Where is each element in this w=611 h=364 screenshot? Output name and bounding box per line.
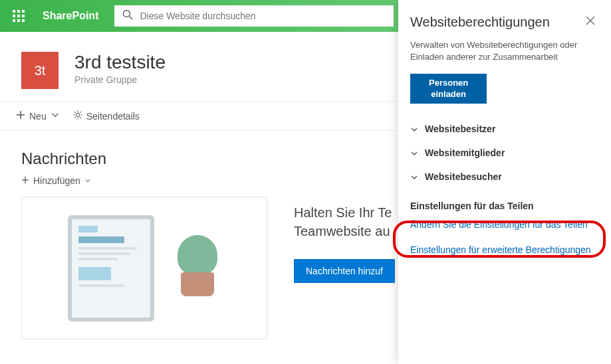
group-members[interactable]: Websitemitglieder (410, 141, 596, 165)
site-title[interactable]: 3rd testsite (74, 52, 166, 73)
svg-point-13 (76, 113, 79, 116)
svg-rect-8 (22, 19, 25, 22)
svg-rect-7 (17, 19, 20, 22)
sharing-settings-heading: Einstellungen für das Teilen (410, 201, 596, 211)
panel-title: Websiteberechtigungen (410, 15, 550, 30)
app-launcher-icon[interactable] (5, 3, 32, 29)
tablet-illustration (68, 215, 154, 321)
chevron-down-icon (84, 175, 91, 186)
add-label: Hinzufügen (33, 175, 80, 186)
plus-icon (21, 175, 29, 186)
invite-label-2: einladen (431, 89, 466, 99)
svg-rect-5 (22, 15, 25, 17)
panel-description: Verwalten von Websiteberechtigungen oder… (410, 39, 596, 63)
site-logo: 3t (21, 52, 59, 89)
svg-line-10 (130, 17, 133, 20)
gear-icon (73, 110, 82, 122)
svg-rect-1 (17, 10, 20, 13)
add-news-button[interactable]: Nachrichten hinzuf (294, 259, 395, 283)
group-visitors-label: Websitebesucher (425, 171, 502, 182)
brand-label[interactable]: SharePoint (37, 10, 104, 22)
search-input[interactable] (140, 11, 386, 21)
search-icon (122, 9, 133, 23)
site-visibility: Private Gruppe (74, 74, 166, 85)
new-label: Neu (29, 111, 47, 122)
group-owners-label: Websitebesitzer (425, 124, 495, 134)
group-owners[interactable]: Websitebesitzer (410, 117, 596, 141)
new-button[interactable]: Neu (16, 110, 60, 122)
chevron-down-icon (410, 173, 418, 181)
svg-rect-4 (17, 15, 20, 17)
svg-rect-3 (13, 15, 15, 17)
lead-text-2: Teamwebsite au (294, 224, 390, 238)
add-news-dropdown[interactable]: Hinzufügen (21, 175, 91, 186)
change-sharing-link[interactable]: Ändern Sie die Einstellungen für das Tei… (410, 219, 596, 230)
permissions-panel: Websiteberechtigungen Verwalten von Webs… (398, 0, 611, 364)
page-details-button[interactable]: Seitendetails (73, 110, 140, 122)
chevron-down-icon (410, 149, 418, 157)
invite-label-1: Personen (429, 78, 468, 88)
lead-text-1: Halten Sie Ihr Te (294, 205, 392, 220)
svg-rect-0 (13, 10, 15, 13)
plus-icon (16, 110, 25, 122)
advanced-permissions-link[interactable]: Einstellungen für erweiterte Berechtigun… (410, 244, 596, 255)
svg-rect-2 (22, 10, 25, 13)
svg-rect-6 (13, 19, 15, 22)
news-illustration (21, 197, 267, 339)
plant-illustration (174, 235, 221, 302)
svg-point-9 (124, 11, 130, 17)
chevron-down-icon (410, 125, 418, 133)
page-details-label: Seitendetails (86, 111, 140, 122)
chevron-down-icon (51, 110, 60, 122)
search-box[interactable] (114, 5, 394, 27)
invite-people-button[interactable]: Personen einladen (410, 74, 487, 104)
close-icon[interactable] (584, 15, 596, 29)
group-visitors[interactable]: Websitebesucher (410, 165, 596, 189)
group-members-label: Websitemitglieder (425, 147, 505, 158)
